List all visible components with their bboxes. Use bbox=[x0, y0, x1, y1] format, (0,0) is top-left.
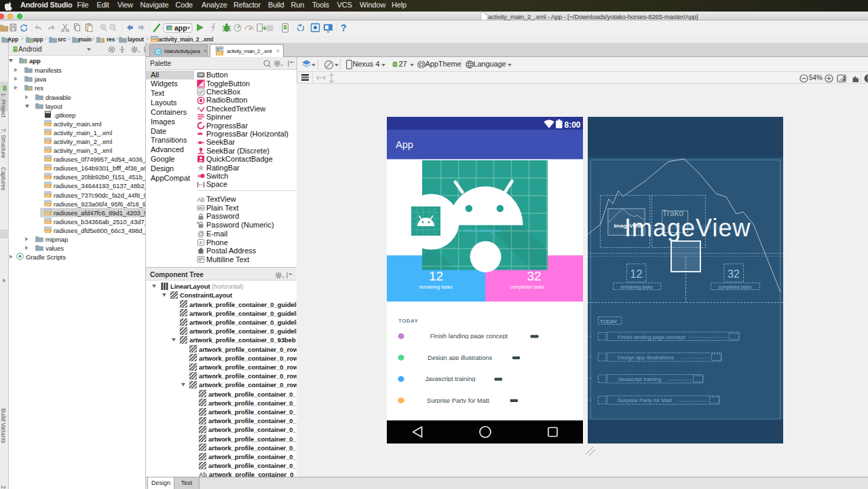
svg-text:Finish landing page concept: Finish landing page concept bbox=[618, 334, 685, 340]
svg-text:<>: <> bbox=[152, 38, 157, 42]
svg-text:8:00: 8:00 bbox=[565, 120, 581, 130]
svg-text:<>: <> bbox=[45, 175, 50, 179]
svg-text:Javascript training: Javascript training bbox=[425, 376, 475, 382]
svg-text:OK: OK bbox=[198, 73, 204, 77]
svg-text:TODAY: TODAY bbox=[398, 318, 418, 324]
svg-text:TODAY: TODAY bbox=[600, 319, 617, 325]
svg-text:<>: <> bbox=[216, 51, 222, 56]
svg-text:C: C bbox=[156, 48, 160, 55]
svg-text:Design app illustrations: Design app illustrations bbox=[428, 355, 492, 361]
svg-text:completed tasks: completed tasks bbox=[510, 285, 545, 290]
svg-text:32: 32 bbox=[728, 268, 740, 280]
svg-text:<>: <> bbox=[45, 166, 50, 170]
svg-text:#: # bbox=[200, 240, 203, 246]
svg-text:Javascript training: Javascript training bbox=[618, 376, 661, 382]
svg-text:app: app bbox=[174, 24, 187, 32]
svg-text:Surprise Party for Matt: Surprise Party for Matt bbox=[618, 397, 673, 403]
svg-text:<>: <> bbox=[45, 122, 50, 126]
svg-text:remaining tasks: remaining tasks bbox=[620, 285, 653, 290]
svg-text:Surprise Party for Matt: Surprise Party for Matt bbox=[427, 397, 489, 404]
svg-text:abc: abc bbox=[198, 206, 204, 210]
svg-text:<>: <> bbox=[45, 158, 50, 162]
svg-text:Finish landing page concept: Finish landing page concept bbox=[430, 333, 508, 340]
svg-text:Ab: Ab bbox=[197, 196, 205, 203]
svg-text:App: App bbox=[396, 139, 413, 150]
svg-text:<>: <> bbox=[45, 211, 50, 215]
svg-text:<>: <> bbox=[45, 184, 50, 188]
svg-text:UI/UX Designer: UI/UX Designer bbox=[464, 228, 502, 234]
svg-text:completed tasks: completed tasks bbox=[718, 285, 752, 290]
svg-text:<>: <> bbox=[45, 149, 50, 153]
svg-text:12: 12 bbox=[630, 268, 643, 280]
svg-text:<>: <> bbox=[45, 131, 50, 135]
svg-text:?: ? bbox=[341, 22, 347, 33]
svg-text:<>: <> bbox=[45, 140, 50, 144]
svg-text:12: 12 bbox=[429, 269, 443, 283]
svg-text:<>: <> bbox=[45, 194, 50, 198]
svg-text:ImageView: ImageView bbox=[624, 214, 751, 242]
svg-text:32: 32 bbox=[527, 269, 541, 283]
svg-text:remaining tasks: remaining tasks bbox=[419, 285, 453, 290]
svg-text:Design app illustrations: Design app illustrations bbox=[618, 355, 674, 361]
svg-text:<>: <> bbox=[45, 220, 50, 224]
svg-text:<>: <> bbox=[45, 229, 50, 233]
svg-text:#: # bbox=[197, 221, 199, 225]
svg-text:@: @ bbox=[197, 230, 204, 238]
svg-text:<>: <> bbox=[45, 202, 50, 206]
